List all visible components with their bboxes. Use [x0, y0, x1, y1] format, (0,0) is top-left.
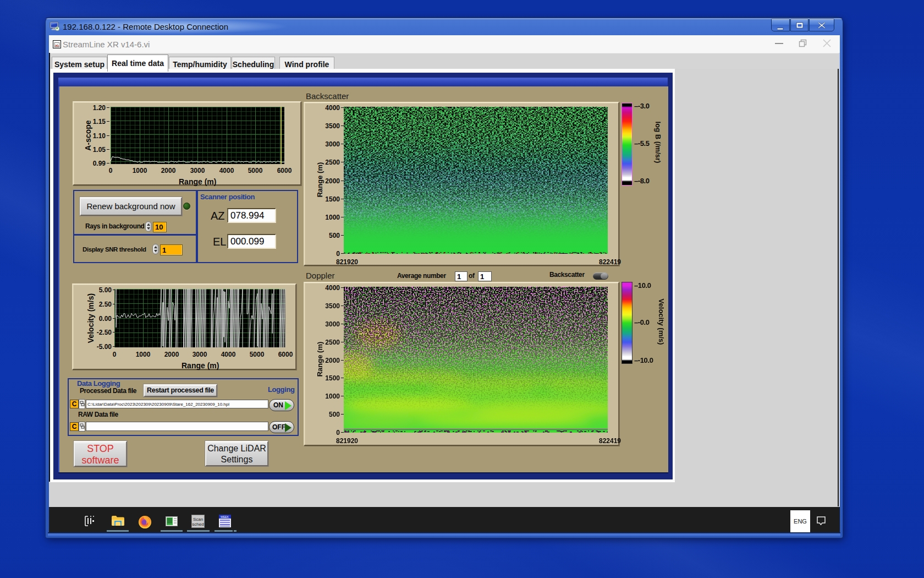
svg-text:WEEK: WEEK [221, 515, 229, 519]
